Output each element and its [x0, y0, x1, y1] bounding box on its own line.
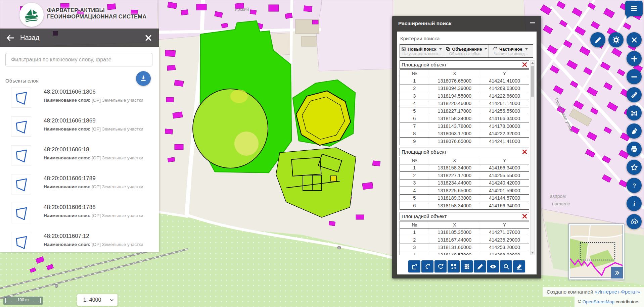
settings-button[interactable] [608, 32, 624, 47]
grid-col-header: Y [480, 157, 529, 164]
mode-sublabel: Объекты на объе... [449, 52, 484, 56]
company-link[interactable]: «Интернет-Фрегат» [595, 289, 640, 295]
clear-map-button[interactable] [627, 123, 642, 139]
osm-link[interactable]: OpenStreetMap [583, 299, 614, 304]
poly-rotate-plus-icon [437, 263, 445, 270]
coordinate-row[interactable]: 31318234.44000414240.42000 [400, 179, 529, 187]
zoom-search-button[interactable] [500, 260, 512, 272]
delete-criteria-button[interactable] [521, 149, 528, 155]
attribution-prefix: Создано компанией [547, 289, 595, 295]
coordinate-row[interactable]: 41318220.46000414261.14000 [400, 100, 529, 107]
print-button[interactable] [627, 142, 642, 157]
coordinate-row[interactable]: 21318167.44000414235.29000 [400, 236, 529, 244]
coordinate-row[interactable]: 21318094.39000414269.63000 [400, 85, 529, 92]
minimap[interactable] [568, 223, 624, 280]
coordinate-row[interactable]: 11318185.35000414271.07000 [400, 228, 529, 236]
coordinate-row[interactable]: 71318143.78000414178.00000 [400, 122, 529, 130]
copyright-symbol: © [578, 299, 583, 304]
grid-col-header: X [429, 70, 480, 77]
close-panel-button[interactable] [143, 33, 153, 43]
partial-arc-icon [493, 46, 498, 52]
panel-body: Критерии поиска Новый поискНе учитывать … [397, 32, 537, 274]
add-objects-button[interactable] [448, 260, 460, 272]
svg-text:?: ? [633, 182, 636, 189]
coordinate-row[interactable]: 31318194.55000414222.86000 [400, 92, 529, 100]
search-toolbar [397, 260, 537, 272]
list-item[interactable]: 48:20:0011606:1806Наименование слоя: [ОР… [0, 88, 159, 107]
search-mode-button[interactable]: ОбъединениеОбъекты на объе... [444, 45, 488, 57]
clear-search-button[interactable] [513, 260, 525, 272]
list-item[interactable]: 48:20:0011606:1789Наименование слоя: [ОР… [0, 174, 159, 194]
menu-button[interactable] [625, 1, 643, 16]
coordinate-row[interactable]: 61318158.34000414166.34000 [400, 202, 529, 210]
attributes-table-button[interactable] [461, 260, 473, 272]
add-area-button[interactable] [408, 260, 420, 272]
delete-criteria-button[interactable] [521, 61, 528, 68]
search-mode-button[interactable]: ЧастичноеЧастичное вхожд... [489, 45, 533, 57]
coordinate-row[interactable]: 41318225.65000414201.59000 [400, 187, 529, 195]
delete-criteria-button[interactable] [521, 213, 528, 219]
polygon-icon [11, 232, 31, 252]
coordinate-row[interactable]: 41318149.57000414288.98000 [400, 251, 529, 255]
measure-distance-button[interactable] [627, 87, 642, 102]
coordinate-row[interactable]: 11318076.65000414241.41000 [400, 77, 529, 85]
menu-icon [629, 3, 639, 13]
minus-icon [630, 72, 639, 81]
scroll-up-icon[interactable] [531, 61, 534, 65]
attribution-osm: © OpenStreetMap contributors. [574, 297, 644, 307]
add-circle-button[interactable] [421, 260, 433, 272]
svg-text:i: i [633, 200, 635, 207]
back-button[interactable] [5, 33, 15, 43]
coordinate-row[interactable]: 51318227.17000414255.55000 [400, 107, 529, 115]
scrollbar-thumb[interactable] [531, 66, 534, 97]
measure-area-button[interactable] [627, 105, 642, 120]
criteria-tables: Площадной объект№XY11318076.65000414241.… [400, 60, 529, 255]
filter-input[interactable] [5, 53, 152, 66]
tables-scrollbar[interactable] [530, 60, 535, 255]
coordinate-row[interactable]: 81318063.17000414222.32000 [400, 130, 529, 138]
grid-col-header: № [400, 157, 429, 164]
coordinate-row[interactable]: 11318158.34000414166.34000 [400, 164, 529, 172]
coordinates-grid: №XY11318076.65000414241.4100021318094.39… [400, 69, 529, 145]
minimize-button[interactable] [528, 19, 537, 27]
favorites-button[interactable] [627, 160, 642, 175]
coordinate-row[interactable]: 61318158.34000414166.34000 [400, 115, 529, 122]
scroll-down-icon[interactable] [531, 250, 534, 255]
visibility-button[interactable] [487, 260, 499, 272]
scalebar: 100 m [3, 297, 43, 305]
list-item[interactable]: 48:20:0011606:18Наименование слоя: [ОР] … [0, 146, 159, 165]
coordinate-row[interactable]: 21318227.17000414255.55000 [400, 172, 529, 180]
polygon-icon [11, 117, 31, 136]
grid-col-header: X [429, 157, 480, 164]
search-area-button[interactable] [627, 214, 642, 229]
list-item[interactable]: 48:20:0011606:1788Наименование слоя: [ОР… [0, 203, 159, 223]
info-icon: i [630, 199, 639, 208]
coordinate-row[interactable]: 31318131.66000414253.20000 [400, 244, 529, 251]
grid-col-header: № [400, 221, 429, 228]
add-polygon-button[interactable] [434, 260, 447, 272]
minimap-expand-button[interactable] [611, 267, 623, 278]
info-button[interactable]: i [627, 196, 642, 211]
search-mode-button[interactable]: Новый поискНе учитывать поиск... [400, 45, 444, 57]
list-item[interactable]: 48:20:0011607:12Наименование слоя: [ОР] … [0, 232, 159, 252]
app-logo [19, 3, 44, 27]
coordinate-row[interactable]: 51318189.33000414144.57000 [400, 194, 529, 202]
draw-button[interactable] [474, 260, 486, 272]
edit-button[interactable] [590, 32, 605, 47]
grid-col-header: Y [480, 221, 529, 228]
rotate-plus-icon [424, 263, 431, 270]
list-item[interactable]: 48:20:0011606:1869Наименование слоя: [ОР… [0, 117, 159, 136]
download-button[interactable] [136, 71, 151, 86]
search-frame-icon [401, 46, 406, 52]
help-button[interactable]: ? [627, 178, 642, 193]
scale-select[interactable]: 1: 4000 [77, 294, 118, 306]
coordinate-table-header: Площадной объект [400, 212, 529, 220]
layer-item-title: 48:20:0011606:1869 [44, 117, 143, 124]
coordinate-table: Площадной объект№XY11318158.34000414166.… [400, 148, 529, 210]
coordinate-row[interactable]: 91318076.65000414241.41000 [400, 138, 529, 145]
polygon-icon [11, 174, 31, 194]
zoom-out-button[interactable] [627, 69, 642, 84]
zoom-in-button[interactable] [627, 51, 642, 66]
close-button[interactable] [627, 32, 642, 47]
scalebar-label: 100 m [3, 298, 43, 302]
